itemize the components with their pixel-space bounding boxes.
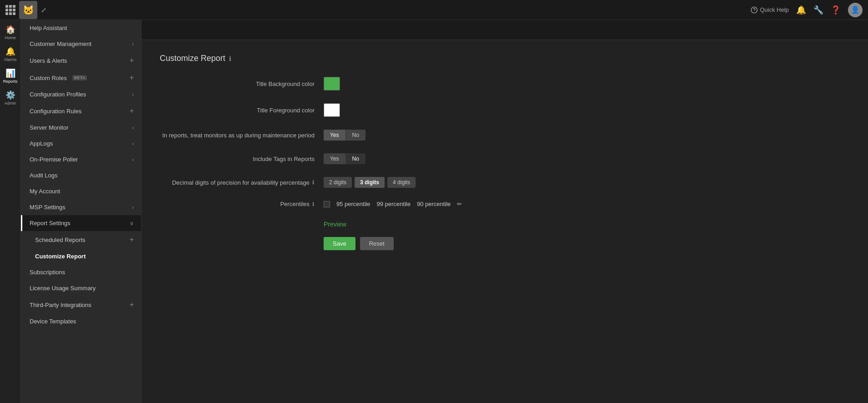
reports-icon: 📊 bbox=[5, 68, 15, 78]
bell-icon[interactable]: 🔔 bbox=[796, 5, 806, 15]
sidebar-item-customize-report[interactable]: Customize Report bbox=[21, 248, 141, 264]
home-icon: 🏠 bbox=[5, 25, 15, 35]
icon-rail: 🏠 Home 🔔 Alarms 📊 Reports ⚙️ Admin bbox=[0, 20, 21, 403]
sidebar-item-configuration-rules[interactable]: Configuration Rules + bbox=[21, 102, 141, 120]
chevron-right-icon: › bbox=[132, 156, 134, 163]
maintenance-control: Yes No bbox=[324, 130, 365, 141]
rail-item-reports[interactable]: 📊 Reports bbox=[0, 65, 20, 86]
topbar: 🐱 ⤢ Quick Help 🔔 🔧 ❓ 👤 bbox=[0, 0, 868, 20]
tags-yes-button[interactable]: Yes bbox=[324, 153, 346, 164]
percentiles-label: Percentiles ℹ bbox=[160, 201, 315, 207]
digit-2-button[interactable]: 2 digits bbox=[324, 177, 352, 188]
title-bg-color-row: Title Background color bbox=[160, 77, 533, 91]
content-area: Customize Report ℹ Title Background colo… bbox=[142, 20, 868, 403]
decimal-info-icon[interactable]: ℹ bbox=[312, 179, 315, 186]
chevron-right-icon: › bbox=[132, 141, 134, 147]
topbar-left: 🐱 ⤢ bbox=[5, 1, 46, 19]
title-fg-control bbox=[324, 103, 340, 117]
preview-row: Preview bbox=[160, 220, 533, 237]
sidebar-item-my-account[interactable]: My Account bbox=[21, 183, 141, 199]
percentile-90-label: 90 percentile bbox=[417, 201, 451, 207]
percentile-95-checkbox[interactable] bbox=[324, 201, 330, 207]
sidebar-item-configuration-profiles[interactable]: Configuration Profiles › bbox=[21, 86, 141, 102]
title-fg-label: Title Foreground color bbox=[160, 107, 315, 114]
include-tags-control: Yes No bbox=[324, 153, 365, 164]
page-title: Customize Report ℹ bbox=[160, 54, 533, 63]
tags-no-button[interactable]: No bbox=[346, 153, 365, 164]
percentiles-control: 95 percentile 99 percentile 90 percentil… bbox=[324, 201, 462, 207]
sidebar-item-custom-roles[interactable]: Custom Roles BETA + bbox=[21, 69, 141, 86]
maintenance-row: In reports, treat monitors as up during … bbox=[160, 130, 533, 141]
rail-item-admin[interactable]: ⚙️ Admin bbox=[0, 87, 20, 108]
title-fg-color-swatch[interactable] bbox=[324, 103, 340, 117]
sidebar-item-device-templates[interactable]: Device Templates bbox=[21, 313, 141, 329]
percentile-row: 95 percentile 99 percentile 90 percentil… bbox=[324, 201, 462, 207]
reset-button[interactable]: Reset bbox=[360, 237, 394, 250]
expand-icon[interactable]: ⤢ bbox=[41, 6, 46, 14]
plus-icon: + bbox=[130, 56, 134, 65]
sidebar-item-license-usage-summary[interactable]: License Usage Summary bbox=[21, 280, 141, 296]
title-bg-color-swatch[interactable] bbox=[324, 77, 340, 91]
alarms-icon: 🔔 bbox=[5, 46, 15, 56]
chevron-down-icon: ∨ bbox=[130, 220, 134, 227]
tags-toggle: Yes No bbox=[324, 153, 365, 164]
admin-icon: ⚙️ bbox=[5, 90, 15, 100]
percentiles-row: Percentiles ℹ 95 percentile 99 percentil… bbox=[160, 201, 533, 207]
decimal-digits-control: 2 digits 3 digits 4 digits bbox=[324, 177, 416, 188]
include-tags-row: Include Tags in Reports Yes No bbox=[160, 153, 533, 164]
decimal-digits-row: Decimal digits of precision for availabi… bbox=[160, 177, 533, 188]
sidebar-item-users-alerts[interactable]: Users & Alerts + bbox=[21, 52, 141, 69]
sidebar-item-applogs[interactable]: AppLogs › bbox=[21, 136, 141, 151]
app-grid-icon[interactable] bbox=[5, 5, 15, 15]
form-area: Customize Report ℹ Title Background colo… bbox=[142, 40, 551, 264]
percentile-99-label: 99 percentile bbox=[376, 201, 410, 207]
user-avatar[interactable]: 👤 bbox=[848, 3, 863, 17]
info-icon[interactable]: ℹ bbox=[229, 55, 231, 62]
chevron-right-icon: › bbox=[132, 91, 134, 98]
sidebar-item-scheduled-reports[interactable]: Scheduled Reports + bbox=[21, 231, 141, 248]
sidebar-item-msp-settings[interactable]: MSP Settings › bbox=[21, 199, 141, 215]
sidebar-item-report-settings[interactable]: Report Settings ∨ bbox=[21, 215, 141, 231]
sidebar-item-customer-management[interactable]: Customer Management › bbox=[21, 36, 141, 52]
wrench-icon[interactable]: 🔧 bbox=[813, 5, 823, 15]
include-tags-label: Include Tags in Reports bbox=[160, 156, 315, 162]
content-tabs bbox=[142, 20, 868, 40]
chevron-right-icon: › bbox=[132, 125, 134, 131]
digit-4-button[interactable]: 4 digits bbox=[387, 177, 416, 188]
main-layout: 🏠 Home 🔔 Alarms 📊 Reports ⚙️ Admin Help … bbox=[0, 20, 868, 403]
sidebar: Help Assistant Customer Management › Use… bbox=[21, 20, 142, 403]
quick-help-button[interactable]: Quick Help bbox=[751, 6, 789, 14]
percentile-95-label: 95 percentile bbox=[336, 201, 370, 207]
sidebar-item-server-monitor[interactable]: Server Monitor › bbox=[21, 120, 141, 136]
title-bg-control bbox=[324, 77, 340, 91]
sidebar-item-help-assistant[interactable]: Help Assistant bbox=[21, 20, 141, 36]
preview-link[interactable]: Preview bbox=[324, 221, 346, 228]
sidebar-item-on-premise-poller[interactable]: On-Premise Poller › bbox=[21, 151, 141, 167]
title-bg-label: Title Background color bbox=[160, 81, 315, 87]
digit-3-button[interactable]: 3 digits bbox=[355, 177, 385, 188]
save-button[interactable]: Save bbox=[324, 237, 355, 250]
decimal-digits-label: Decimal digits of precision for availabi… bbox=[160, 179, 315, 186]
logo[interactable]: 🐱 bbox=[19, 1, 37, 19]
maintenance-label: In reports, treat monitors as up during … bbox=[160, 132, 315, 139]
rail-item-home[interactable]: 🏠 Home bbox=[0, 22, 20, 43]
chevron-right-icon: › bbox=[132, 41, 134, 47]
digit-group: 2 digits 3 digits 4 digits bbox=[324, 177, 416, 188]
plus-icon: + bbox=[130, 236, 134, 244]
sidebar-item-third-party-integrations[interactable]: Third-Party Integrations + bbox=[21, 296, 141, 313]
sidebar-item-audit-logs[interactable]: Audit Logs bbox=[21, 167, 141, 183]
sidebar-item-subscriptions[interactable]: Subscriptions bbox=[21, 264, 141, 280]
chevron-right-icon: › bbox=[132, 204, 134, 211]
plus-icon: + bbox=[130, 74, 134, 82]
plus-icon: + bbox=[130, 301, 134, 309]
rail-item-alarms[interactable]: 🔔 Alarms bbox=[0, 44, 20, 65]
maintenance-toggle: Yes No bbox=[324, 130, 365, 141]
topbar-right: Quick Help 🔔 🔧 ❓ 👤 bbox=[751, 3, 863, 17]
edit-percentile-icon[interactable]: ✏ bbox=[457, 201, 462, 207]
percentiles-info-icon[interactable]: ℹ bbox=[312, 201, 315, 207]
beta-badge: BETA bbox=[72, 75, 87, 81]
maintenance-no-button[interactable]: No bbox=[346, 130, 365, 141]
maintenance-yes-button[interactable]: Yes bbox=[324, 130, 346, 141]
help-icon[interactable]: ❓ bbox=[831, 5, 841, 15]
plus-icon: + bbox=[130, 107, 134, 115]
